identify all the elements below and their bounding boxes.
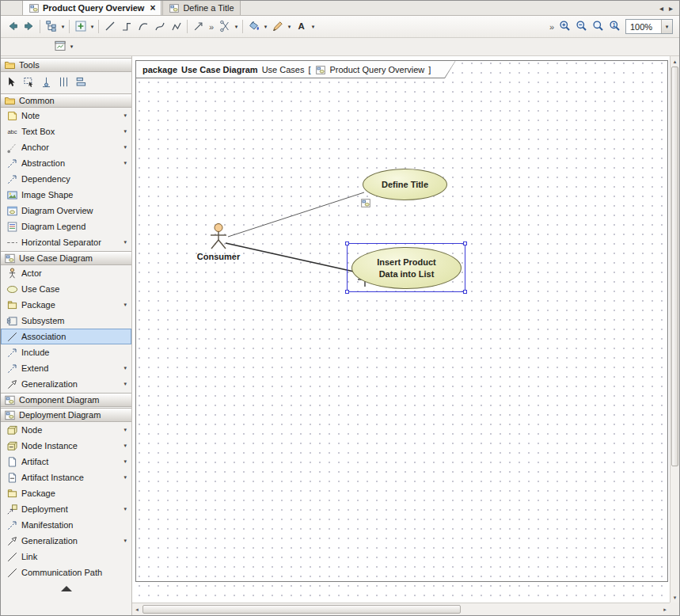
horizontal-scrollbar[interactable]: ◂ ▸: [132, 603, 670, 615]
font-color-button[interactable]: A: [293, 18, 310, 35]
use-case-insert-product[interactable]: Insert Product Data into List: [351, 247, 462, 289]
palette-item-diagram-overview[interactable]: Diagram Overview: [1, 203, 131, 219]
palette-item-subsystem[interactable]: Subsystem: [1, 313, 131, 329]
vertical-scroll-thumb[interactable]: [671, 67, 678, 466]
zoom-combo-dropdown-icon[interactable]: ▾: [661, 20, 672, 33]
fill-color-button[interactable]: [245, 18, 262, 35]
diagram-canvas[interactable]: package Use Case Diagram Use Cases [ Pro…: [132, 56, 670, 603]
marquee-tool-button[interactable]: [21, 74, 36, 89]
palette-item-extend[interactable]: Extend▾: [1, 360, 131, 376]
palette-item-use-case[interactable]: Use Case: [1, 281, 131, 297]
palette-item-generalization[interactable]: Generalization▾: [1, 533, 131, 549]
toolbar-overflow-icon[interactable]: »: [547, 22, 557, 32]
palette-scroll-up-button[interactable]: [1, 586, 131, 591]
vertical-scrollbar[interactable]: ▴ ▾: [670, 56, 679, 603]
diagram-frame-button[interactable]: [51, 39, 68, 55]
fit-in-window-button[interactable]: [590, 18, 606, 35]
palette-item-communication-path[interactable]: Communication Path: [1, 565, 131, 580]
palette-item-diagram-legend[interactable]: Diagram Legend: [1, 219, 131, 234]
guides-tool-button[interactable]: [56, 74, 71, 89]
tab-product-query-overview[interactable]: Product Query Overview ×: [22, 0, 161, 15]
scroll-left-button[interactable]: ◂: [132, 604, 142, 614]
zoom-out-button[interactable]: [573, 18, 590, 35]
split-path-button[interactable]: [216, 18, 233, 35]
palette-item-association[interactable]: Association: [1, 329, 131, 344]
zoom-level-combo[interactable]: 100%▾: [625, 19, 673, 34]
palette-item-node[interactable]: Node▾: [1, 422, 131, 438]
fill-color-dropdown-icon[interactable]: ▾: [262, 24, 269, 30]
tab-define-a-title[interactable]: Define a Title: [162, 0, 240, 15]
curved-path-button[interactable]: [151, 18, 168, 35]
actor-consumer[interactable]: [208, 223, 229, 255]
palette-item-dependency[interactable]: Dependency: [1, 171, 131, 187]
palette-item-link[interactable]: Link: [1, 549, 131, 565]
palette-item-dropdown-icon[interactable]: ▾: [123, 381, 128, 387]
palette-item-note[interactable]: Note▾: [1, 108, 131, 124]
palette-item-image-shape[interactable]: Image Shape: [1, 187, 131, 203]
bezier-path-button[interactable]: [135, 18, 151, 35]
palette-section-deployment-diagram[interactable]: Deployment Diagram: [1, 408, 131, 422]
palette-item-dropdown-icon[interactable]: ▾: [123, 443, 128, 449]
add-existing-button[interactable]: [72, 18, 89, 35]
palette-item-dropdown-icon[interactable]: ▾: [123, 239, 128, 245]
palette-item-manifestation[interactable]: Manifestation: [1, 517, 131, 533]
palette-item-deployment[interactable]: Deployment▾: [1, 501, 131, 517]
tab-scroll-left-icon[interactable]: ◂: [658, 4, 665, 13]
palette-section-use-case-diagram[interactable]: Use Case Diagram: [1, 251, 131, 265]
palette-item-anchor[interactable]: Anchor▾: [1, 139, 131, 155]
palette-item-dropdown-icon[interactable]: ▾: [123, 506, 128, 512]
horizontal-scroll-thumb[interactable]: [142, 605, 461, 614]
palette-item-text-box[interactable]: abcText Box▾: [1, 124, 131, 139]
selection-handle[interactable]: [345, 241, 349, 245]
line-color-button[interactable]: [269, 18, 286, 35]
palette-item-dropdown-icon[interactable]: ▾: [123, 458, 128, 465]
rectilinear-path-button[interactable]: [118, 18, 135, 35]
scroll-up-button[interactable]: ▴: [671, 56, 679, 67]
oblique-path-button[interactable]: [101, 18, 118, 35]
scroll-down-button[interactable]: ▾: [671, 592, 679, 603]
selection-handle[interactable]: [345, 290, 349, 294]
palette-item-horizontal-separator[interactable]: Horizontal Separator▾: [1, 234, 131, 250]
palette-item-dropdown-icon[interactable]: ▾: [123, 128, 128, 135]
palette-item-package[interactable]: Package▾: [1, 297, 131, 313]
forward-button[interactable]: [21, 18, 37, 35]
use-case-define-title[interactable]: Define Title: [363, 169, 447, 200]
palette-item-dropdown-icon[interactable]: ▾: [123, 302, 128, 308]
diagram-frame-dropdown-icon[interactable]: ▾: [68, 44, 75, 50]
palette-item-abstraction[interactable]: Abstraction▾: [1, 155, 131, 171]
pointer-tool-button[interactable]: [4, 74, 19, 89]
palette-section-tools[interactable]: Tools: [1, 58, 131, 72]
palette-item-node-instance[interactable]: Node Instance▾: [1, 438, 131, 454]
scroll-right-button[interactable]: ▸: [660, 604, 670, 614]
palette-item-artifact-instance[interactable]: Artifact Instance▾: [1, 470, 131, 485]
containment-tree-dropdown-icon[interactable]: ▾: [59, 24, 66, 30]
diagram-overview-link-icon[interactable]: [360, 197, 371, 208]
palette-item-include[interactable]: Include: [1, 344, 131, 360]
palette-section-common[interactable]: Common: [1, 93, 131, 108]
containment-tree-button[interactable]: [43, 18, 59, 35]
split-path-dropdown-icon[interactable]: ▾: [233, 24, 240, 30]
back-button[interactable]: [4, 18, 21, 35]
quick-link-button[interactable]: [190, 18, 207, 35]
selection-handle[interactable]: [463, 241, 467, 245]
close-tab-icon[interactable]: ×: [150, 4, 155, 12]
palette-item-dropdown-icon[interactable]: ▾: [123, 365, 128, 371]
tab-scroll-right-icon[interactable]: ▸: [667, 4, 674, 13]
toolbar-overflow-icon[interactable]: »: [207, 22, 216, 32]
palette-item-dropdown-icon[interactable]: ▾: [123, 427, 128, 433]
palette-item-dropdown-icon[interactable]: ▾: [123, 144, 128, 150]
palette-item-artifact[interactable]: Artifact▾: [1, 454, 131, 470]
palette-item-package[interactable]: Package: [1, 485, 131, 501]
palette-item-dropdown-icon[interactable]: ▾: [123, 538, 128, 544]
snap-tool-button[interactable]: [39, 74, 54, 89]
broken-path-button[interactable]: [168, 18, 184, 35]
palette-section-component-diagram[interactable]: Component Diagram: [1, 393, 131, 407]
selection-handle[interactable]: [463, 290, 467, 294]
palette-item-dropdown-icon[interactable]: ▾: [123, 474, 128, 481]
zoom-1-1-button[interactable]: 1: [606, 18, 623, 35]
palette-item-generalization[interactable]: Generalization▾: [1, 376, 131, 392]
palette-item-actor[interactable]: Actor: [1, 265, 131, 281]
distribute-tool-button[interactable]: [74, 74, 89, 89]
palette-item-dropdown-icon[interactable]: ▾: [123, 112, 128, 119]
add-existing-dropdown-icon[interactable]: ▾: [89, 24, 96, 30]
